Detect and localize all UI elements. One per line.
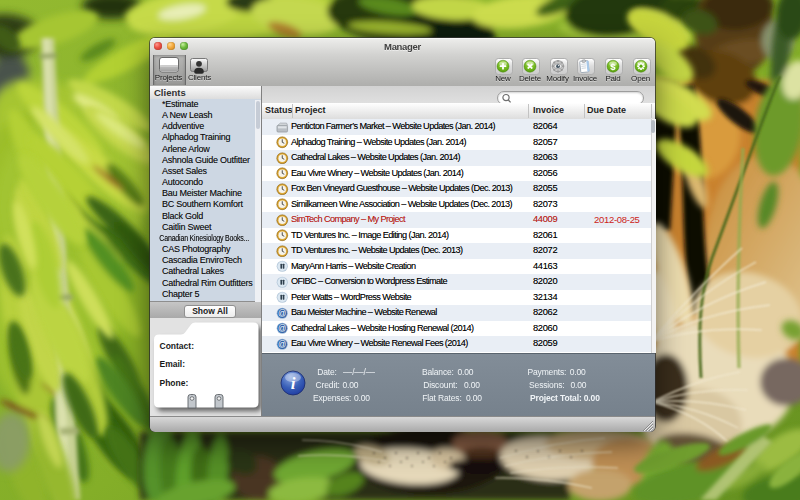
svg-text:$: $ [610,60,616,71]
svg-text:@: @ [278,309,286,318]
svg-text:@: @ [278,340,286,349]
svg-text:@: @ [278,324,286,333]
